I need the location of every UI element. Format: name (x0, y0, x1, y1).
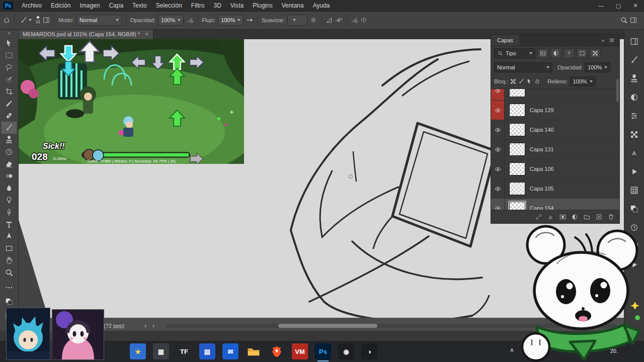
layer-thumbnail[interactable] (509, 88, 525, 97)
layer-name[interactable]: Capa 131 (530, 146, 554, 152)
horizontal-scrollbar[interactable] (166, 324, 616, 328)
brush-size-preview[interactable]: 11 (36, 16, 40, 24)
search-icon[interactable] (620, 17, 627, 24)
layer-row-capa-105[interactable]: Capa 105 (491, 179, 619, 199)
lasso-tool[interactable] (2, 61, 17, 73)
layer-name[interactable]: Capa 105 (530, 186, 554, 192)
layer-visibility-toggle[interactable] (491, 140, 505, 159)
workspace-switcher-icon[interactable] (630, 17, 637, 24)
flow-select[interactable]: 100% (218, 15, 244, 26)
home-icon[interactable] (3, 17, 10, 24)
tf-app-icon[interactable]: TF (176, 343, 192, 359)
menu-item-edici-n[interactable]: Edición (46, 0, 75, 11)
gradient-tool[interactable] (2, 170, 17, 182)
layer-opacity-select[interactable]: 100% (585, 62, 610, 72)
history-brush-tool[interactable] (2, 146, 17, 158)
menu-item-ventana[interactable]: Ventana (277, 0, 308, 11)
brush-tool[interactable] (2, 122, 17, 134)
nav-left-chevron[interactable]: ‹ (141, 322, 149, 329)
new-layer-icon[interactable] (596, 214, 602, 220)
layer-row-capa-140[interactable]: Capa 140 (491, 120, 619, 140)
info-panel-icon[interactable] (628, 184, 640, 196)
restore-button[interactable]: ▢ (610, 0, 627, 11)
lock-transparent-icon[interactable] (510, 78, 516, 84)
pen-tool[interactable] (2, 206, 17, 218)
navigator-panel-icon[interactable] (628, 240, 640, 252)
crop-tool[interactable] (2, 85, 17, 98)
filter-type-layers-icon[interactable]: T (564, 48, 575, 58)
dark-app-icon[interactable]: ◉ (338, 343, 354, 359)
properties-panel-icon[interactable] (628, 110, 640, 122)
voicemeeter-icon[interactable]: VM (292, 343, 308, 359)
dodge-tool[interactable] (2, 194, 17, 206)
layer-row-capa-129[interactable]: Capa 129 (491, 101, 619, 120)
obs-icon[interactable]: ◑ (361, 343, 377, 359)
layer-visibility-toggle[interactable] (491, 101, 505, 120)
minimize-button[interactable]: — (593, 0, 610, 11)
layer-visibility-toggle[interactable] (491, 120, 505, 139)
brushes-panel-icon[interactable] (628, 54, 640, 66)
layer-name[interactable]: Capa 129 (530, 107, 554, 113)
color-panel-icon[interactable] (628, 203, 640, 215)
game-app-icon[interactable]: ★ (130, 343, 146, 359)
menu-item-3d[interactable]: 3D (209, 0, 225, 11)
document-tab[interactable]: MEMARDOS.psd al 101% (Capa 154, RGB/8) *… (18, 29, 153, 39)
clone-source-panel-icon[interactable] (628, 72, 640, 84)
layer-fill-select[interactable]: 100% (570, 76, 596, 86)
scrollbar-thumb[interactable] (278, 324, 377, 328)
quick-select-tool[interactable] (2, 73, 17, 85)
adjustment-layer-icon[interactable] (572, 214, 578, 220)
history-panel-icon[interactable] (628, 221, 640, 233)
menu-item-filtro[interactable]: Filtro (187, 0, 209, 11)
filter-adjustment-layers-icon[interactable] (550, 48, 561, 58)
pressure-opacity-icon[interactable] (186, 17, 193, 24)
character-panel-icon[interactable]: A (628, 147, 640, 159)
clone-stamp-tool[interactable] (2, 134, 17, 146)
layer-blend-mode-select[interactable]: Normal (494, 62, 552, 72)
zoom-tool[interactable] (2, 266, 17, 279)
lock-pixels-icon[interactable] (518, 78, 524, 84)
layer-thumbnail[interactable] (509, 182, 525, 195)
file-explorer-icon[interactable] (246, 343, 262, 359)
symmetry-icon[interactable] (360, 17, 367, 24)
color-swatches[interactable] (2, 296, 17, 308)
smoothing-gear-icon[interactable] (310, 17, 317, 24)
layer-visibility-toggle[interactable] (491, 88, 505, 100)
layer-row-capa-106[interactable]: Capa 106 (491, 159, 619, 179)
filter-smart-objects-icon[interactable] (590, 48, 601, 58)
toolbar-collapse-chevron[interactable]: » (8, 29, 11, 37)
opacity-select[interactable]: 100% (158, 15, 184, 26)
blend-mode-select[interactable]: Normal (76, 15, 122, 26)
move-tool[interactable] (2, 37, 17, 49)
patterns-panel-icon[interactable] (628, 128, 640, 140)
link-layers-icon[interactable] (535, 214, 542, 220)
menu-item-vista[interactable]: Vista (226, 0, 248, 11)
layer-thumbnail[interactable] (509, 143, 525, 156)
brush-angle-value[interactable]: -4° (335, 17, 342, 23)
close-button[interactable]: ✕ (627, 0, 644, 11)
eyedropper-tool[interactable] (2, 98, 17, 110)
menu-item-imagen[interactable]: Imagen (75, 0, 104, 11)
toolbar-options[interactable] (2, 282, 17, 294)
eraser-tool[interactable] (2, 158, 17, 170)
add-mask-icon[interactable] (559, 214, 566, 220)
mail-app-icon[interactable]: ✉ (222, 343, 238, 359)
filter-shape-layers-icon[interactable] (577, 48, 588, 58)
layer-thumbnail[interactable] (509, 123, 525, 136)
path-select-tool[interactable] (2, 230, 17, 242)
type-tool[interactable] (2, 218, 17, 230)
brush-preset-picker[interactable] (19, 16, 33, 25)
panel-collapse-chevron[interactable]: » (601, 38, 604, 43)
tab-close-icon[interactable]: × (145, 31, 148, 38)
lock-position-icon[interactable] (526, 78, 532, 84)
smoothing-select[interactable] (287, 15, 307, 26)
filter-pixel-layers-icon[interactable] (537, 48, 548, 58)
layer-name[interactable]: Capa 106 (530, 166, 554, 172)
blocks-app-icon[interactable]: ▦ (153, 343, 169, 359)
actions-panel-icon[interactable] (628, 165, 640, 177)
brush-settings-toggle-icon[interactable] (43, 17, 50, 24)
brave-browser-icon[interactable] (269, 343, 285, 359)
grid-app-icon[interactable]: ▤ (199, 343, 215, 359)
hand-tool[interactable] (2, 254, 17, 266)
menu-item-archivo[interactable]: Archivo (17, 0, 46, 11)
